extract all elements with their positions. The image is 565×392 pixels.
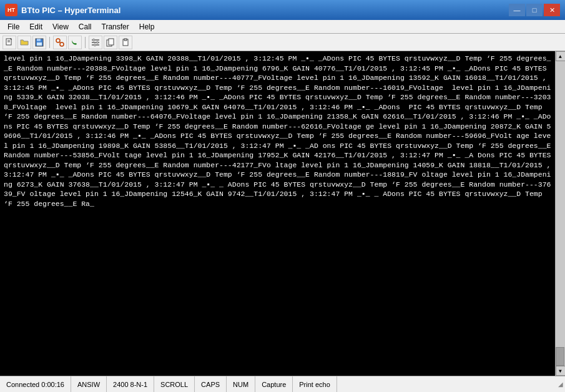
toolbar-paste[interactable] (119, 36, 132, 49)
title-controls: — □ ✕ (509, 4, 560, 16)
toolbar-connect[interactable] (53, 36, 67, 49)
svg-rect-12 (93, 39, 94, 41)
svg-rect-14 (94, 44, 96, 46)
title-bar-left: HT BTto PIC – HyperTerminal (5, 4, 120, 16)
menu-help[interactable]: Help (134, 21, 160, 32)
status-connected: Connected 0:00:16 (0, 376, 71, 392)
status-scroll: SCROLL (154, 376, 195, 392)
scroll-track[interactable] (556, 61, 565, 366)
svg-rect-18 (124, 39, 127, 41)
status-baud: 2400 8-N-1 (107, 376, 154, 392)
menu-transfer[interactable]: Transfer (97, 21, 134, 32)
minimize-button[interactable]: — (509, 4, 525, 16)
svg-rect-4 (37, 39, 41, 41)
close-button[interactable]: ✕ (544, 4, 560, 16)
toolbar-open[interactable] (17, 36, 31, 49)
svg-rect-13 (97, 41, 98, 44)
terminal-output[interactable]: level pin 1 16_JDampening 3398_K GAIN 20… (0, 51, 555, 376)
status-print-echo[interactable]: Print echo (293, 376, 337, 392)
toolbar-properties[interactable] (89, 36, 102, 49)
status-encoding: ANSIW (71, 376, 107, 392)
menu-bar: File Edit View Call Transfer Help (0, 20, 565, 34)
app-icon: HT (5, 4, 17, 16)
status-caps: CAPS (195, 376, 227, 392)
toolbar-sep-1 (49, 37, 50, 48)
scroll-thumb[interactable] (556, 347, 564, 366)
status-num: NUM (227, 376, 255, 392)
svg-rect-16 (109, 39, 114, 45)
resize-grip[interactable]: ◢ (556, 376, 565, 393)
main-area: level pin 1 16_JDampening 3398_K GAIN 20… (0, 51, 565, 376)
scroll-up-arrow[interactable]: ▲ (556, 51, 566, 61)
toolbar-new[interactable] (2, 36, 16, 49)
status-bar: Connected 0:00:16 ANSIW 2400 8-N-1 SCROL… (0, 376, 565, 392)
svg-line-8 (59, 42, 61, 43)
toolbar-save[interactable] (32, 36, 46, 49)
scrollbar[interactable]: ▲ ▼ (555, 51, 565, 376)
toolbar-copy[interactable] (104, 36, 117, 49)
status-capture[interactable]: Capture (255, 376, 293, 392)
menu-view[interactable]: View (47, 21, 74, 32)
menu-file[interactable]: File (2, 21, 24, 32)
window-title: BTto PIC – HyperTerminal (21, 6, 120, 15)
toolbar-call[interactable] (68, 36, 82, 49)
maximize-button[interactable]: □ (526, 4, 543, 16)
toolbar-sep-2 (85, 37, 86, 48)
toolbar (0, 34, 565, 51)
menu-edit[interactable]: Edit (24, 21, 47, 32)
svg-rect-5 (37, 42, 42, 46)
menu-call[interactable]: Call (74, 21, 97, 32)
scroll-down-arrow[interactable]: ▼ (556, 366, 566, 376)
title-bar: HT BTto PIC – HyperTerminal — □ ✕ (0, 0, 565, 20)
